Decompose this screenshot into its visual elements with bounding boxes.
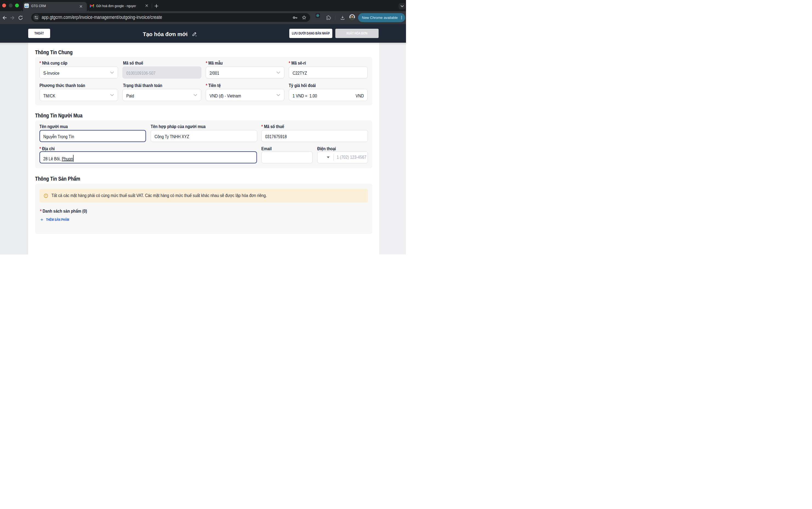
svg-text:CRM: CRM	[25, 6, 28, 7]
svg-text:GTG: GTG	[25, 4, 28, 5]
